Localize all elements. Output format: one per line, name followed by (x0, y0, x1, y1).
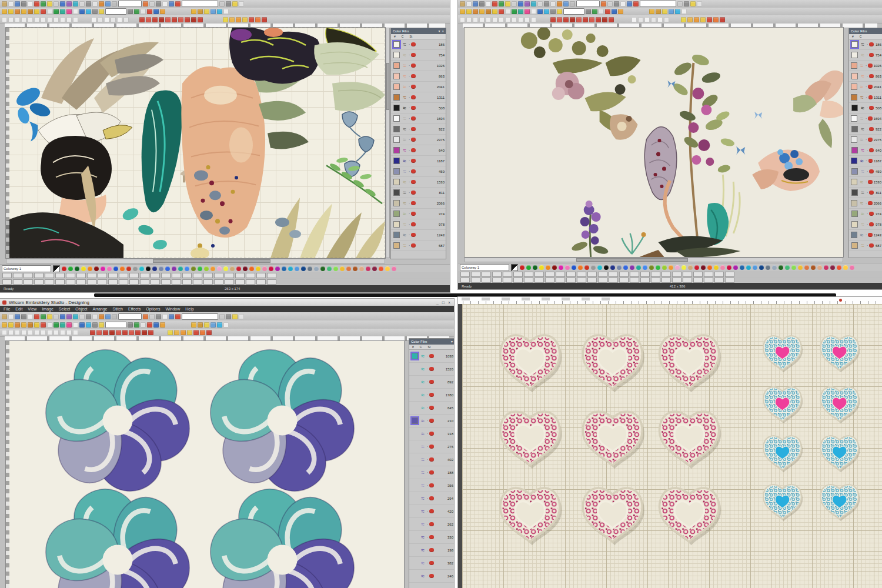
mini-button[interactable] (704, 278, 713, 283)
tool-icon[interactable] (217, 9, 222, 14)
mini-button[interactable] (140, 273, 149, 278)
menu-item-view[interactable]: View (28, 307, 36, 311)
tool-icon[interactable] (86, 1, 91, 6)
tool-icon[interactable] (103, 330, 108, 335)
color-swatch[interactable] (851, 41, 858, 48)
palette-color[interactable] (785, 265, 790, 270)
mini-button[interactable] (129, 279, 139, 285)
color-swatch[interactable] (851, 105, 858, 111)
palette-color[interactable] (791, 265, 796, 270)
mini-button[interactable] (609, 272, 618, 277)
tool-icon[interactable] (2, 322, 7, 328)
object-row[interactable]: ≈·2066 (391, 198, 446, 209)
palette-color[interactable] (308, 266, 312, 271)
mini-button[interactable] (460, 278, 470, 283)
menu-item-window[interactable]: Window (165, 307, 180, 311)
mini-button[interactable] (503, 272, 512, 277)
tool-icon[interactable] (86, 322, 91, 328)
object-row[interactable]: ≈·2375 (391, 135, 446, 145)
tool-icon[interactable] (198, 9, 203, 14)
mini-button[interactable] (471, 278, 480, 283)
palette-color[interactable] (662, 265, 667, 270)
visibility-dot[interactable]: · (866, 95, 867, 99)
color-swatch[interactable] (851, 168, 858, 175)
tool-icon[interactable] (28, 330, 33, 335)
tool-icon[interactable] (638, 17, 643, 22)
palette-color[interactable] (604, 265, 609, 270)
object-row[interactable]: ≈·374 (849, 209, 882, 219)
tool-icon[interactable] (518, 9, 523, 14)
object-row[interactable]: ≈·186 (849, 39, 882, 50)
palette-color[interactable] (327, 266, 332, 271)
palette-color[interactable] (282, 266, 286, 271)
tool-icon[interactable] (174, 330, 179, 335)
object-row[interactable]: ≈·978 (391, 219, 446, 230)
heart-design[interactable] (763, 436, 803, 472)
tool-icon[interactable] (169, 1, 174, 6)
visibility-dot[interactable]: · (867, 169, 868, 173)
mini-button[interactable] (524, 278, 533, 283)
mini-button[interactable] (566, 272, 576, 277)
tool-icon[interactable] (175, 1, 181, 6)
toolbar-combo[interactable] (182, 313, 218, 320)
mini-button[interactable] (587, 278, 597, 283)
visibility-dot[interactable]: · (427, 457, 428, 462)
mini-button[interactable] (119, 279, 128, 285)
tool-icon[interactable] (168, 330, 173, 335)
tool-icon[interactable] (79, 314, 85, 319)
tool-icon[interactable] (662, 9, 667, 14)
tool-icon[interactable] (175, 314, 181, 319)
mini-button[interactable] (98, 273, 107, 278)
object-row[interactable]: ≈·863 (849, 71, 882, 82)
visibility-dot[interactable]: · (427, 354, 428, 358)
tool-icon[interactable] (60, 322, 65, 328)
mini-button[interactable] (492, 278, 502, 283)
palette-color[interactable] (701, 265, 706, 270)
color-swatch[interactable] (393, 83, 400, 90)
tool-icon[interactable] (570, 1, 575, 6)
object-row[interactable]: ≈·508 (849, 103, 882, 113)
heart-design[interactable] (821, 485, 860, 521)
tool-icon[interactable] (60, 314, 65, 319)
tool-icon[interactable] (479, 1, 485, 6)
tool-icon[interactable] (41, 1, 46, 6)
tool-icon[interactable] (105, 1, 111, 6)
color-swatch[interactable] (393, 242, 400, 249)
tool-icon[interactable] (91, 17, 96, 22)
color-swatch[interactable] (393, 168, 400, 175)
palette-color[interactable] (753, 265, 757, 270)
tool-icon[interactable] (466, 17, 472, 22)
heart-design[interactable] (763, 336, 803, 372)
palette-color[interactable] (539, 265, 544, 270)
mini-button[interactable] (151, 273, 160, 278)
heart-design[interactable] (500, 335, 562, 392)
palette-color[interactable] (617, 265, 622, 270)
tool-icon[interactable] (524, 1, 530, 6)
pinwheel-flower[interactable] (202, 484, 363, 588)
tool-icon[interactable] (557, 9, 562, 14)
object-row[interactable]: ≈·1038 (409, 350, 454, 363)
mini-button[interactable] (214, 273, 223, 278)
object-row[interactable]: ≈·1694 (391, 113, 446, 124)
color-swatch[interactable] (393, 115, 400, 122)
mini-button[interactable] (556, 272, 565, 277)
tool-icon[interactable] (73, 330, 78, 335)
mini-button[interactable] (151, 279, 160, 285)
object-row[interactable]: ≈·318 (409, 427, 454, 440)
palette-color[interactable] (520, 265, 524, 270)
tool-icon[interactable] (486, 1, 491, 6)
tool-icon[interactable] (92, 314, 98, 319)
palette-color[interactable] (779, 265, 783, 270)
visibility-dot[interactable]: · (427, 393, 428, 397)
object-row[interactable]: ≈·1243 (391, 230, 446, 240)
visibility-dot[interactable]: · (867, 106, 868, 110)
mini-button[interactable] (651, 272, 660, 277)
tool-icon[interactable] (54, 330, 59, 335)
object-row[interactable]: ≈·1311 (391, 92, 446, 103)
colorway-combo[interactable]: Colorway 1 (2, 265, 51, 272)
tool-icon[interactable] (473, 1, 478, 6)
palette-color[interactable] (340, 266, 345, 271)
tool-icon[interactable] (211, 322, 216, 328)
palette-color[interactable] (830, 265, 835, 270)
mini-button[interactable] (482, 272, 491, 277)
